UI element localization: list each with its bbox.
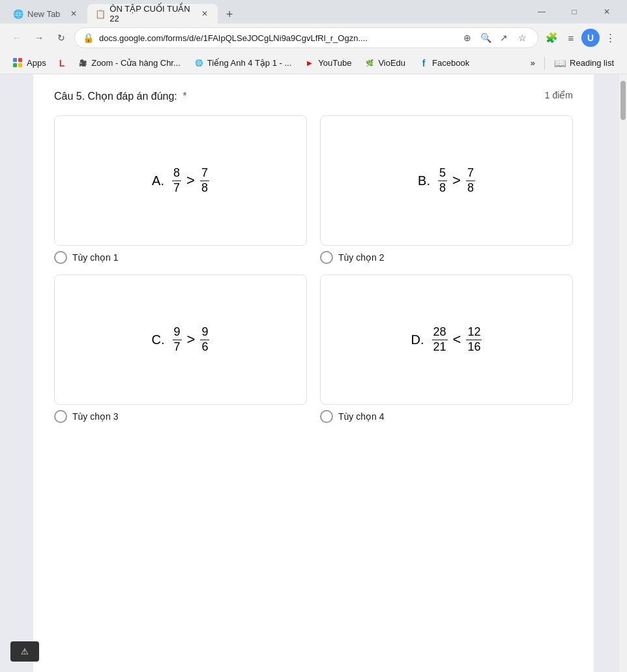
- tab-form-label: ÔN TẬP CUỐI TUẦN 22: [109, 4, 192, 23]
- url-text: docs.google.com/forms/d/e/1FAIpQLSeJOCgL…: [99, 33, 454, 43]
- option-c-image[interactable]: C. 9 7 > 9 6: [54, 274, 307, 405]
- url-bar[interactable]: 🔒 docs.google.com/forms/d/e/1FAIpQLSeJOC…: [74, 27, 538, 48]
- option-a-radio[interactable]: [54, 251, 67, 264]
- tab-close-newtab[interactable]: ✕: [68, 8, 80, 20]
- option-b-image[interactable]: B. 5 8 > 7 8: [320, 115, 573, 246]
- toolbar-icons: 🧩 ≡ U ⋮: [542, 29, 619, 47]
- bookmark-vioedu[interactable]: 🌿 VioEdu: [359, 57, 411, 70]
- notification-icon: ⚠: [21, 647, 29, 656]
- option-c-radio[interactable]: [54, 410, 67, 423]
- option-b-label-row: Tùy chọn 2: [320, 251, 384, 264]
- option-c-label-row: Tùy chọn 3: [54, 410, 118, 423]
- bookmark-apps[interactable]: Apps: [8, 57, 51, 70]
- svg-rect-1: [18, 58, 22, 62]
- svg-rect-2: [13, 63, 17, 67]
- bookmark-icon[interactable]: ☆: [514, 30, 530, 46]
- apps-favicon: [13, 58, 23, 68]
- opt-b-frac2: 7 8: [466, 166, 475, 195]
- reading-mode-icon[interactable]: ≡: [562, 29, 580, 47]
- bookmark-tiengAnh[interactable]: 🌐 Tiếng Anh 4 Tập 1 - ...: [188, 57, 297, 70]
- option-d: D. 28 21 < 12 16 Tùy chọn 4: [320, 274, 573, 423]
- option-b-radio[interactable]: [320, 251, 333, 264]
- reading-list-button[interactable]: 📖 Reading list: [549, 56, 619, 70]
- bookmark-zoom[interactable]: 🎥 Zoom - Cửa hàng Chr...: [72, 57, 186, 70]
- scrollbar[interactable]: [619, 74, 627, 672]
- opt-a-frac1: 8 7: [172, 166, 181, 195]
- youtube-favicon: ▶: [304, 58, 315, 68]
- new-tab-button[interactable]: +: [220, 5, 239, 23]
- share-icon[interactable]: ↗: [496, 30, 512, 46]
- youtube-label: YouTube: [318, 58, 351, 68]
- tiengAnh-label: Tiếng Anh 4 Tập 1 - ...: [207, 58, 291, 68]
- formtab-favicon: 📋: [95, 8, 106, 19]
- reading-list-label: Reading list: [570, 58, 614, 68]
- address-bar: ← → ↻ 🔒 docs.google.com/forms/d/e/1FAIpQ…: [0, 23, 627, 52]
- opt-d-op: <: [453, 331, 461, 348]
- back-button[interactable]: ←: [8, 29, 26, 47]
- bookmark-youtube[interactable]: ▶ YouTube: [299, 57, 357, 70]
- tab-form[interactable]: 📋 ÔN TẬP CUỐI TUẦN 22 ✕: [87, 4, 218, 23]
- option-c: C. 9 7 > 9 6 Tùy chọn 3: [54, 274, 307, 423]
- reading-list-icon: 📖: [554, 57, 566, 69]
- opt-c-op: >: [187, 331, 196, 348]
- question-required: *: [182, 91, 186, 102]
- profile-avatar[interactable]: U: [581, 29, 600, 47]
- opt-d-letter: D.: [411, 332, 424, 347]
- notification-snackbar: ⚠: [10, 641, 39, 662]
- maximize-button[interactable]: □: [559, 1, 589, 22]
- question-title-text: Câu 5. Chọn đáp án đúng:: [54, 91, 177, 102]
- options-grid: A. 8 7 > 7 8 Tùy chọn 1: [54, 115, 573, 423]
- facebook-favicon: f: [418, 58, 429, 68]
- opt-a-op: >: [186, 172, 195, 189]
- tab-label: New Tab: [27, 9, 60, 19]
- bookmark-l[interactable]: L: [54, 57, 70, 70]
- vioedu-label: VioEdu: [378, 58, 405, 68]
- option-d-image[interactable]: D. 28 21 < 12 16: [320, 274, 573, 405]
- option-d-label-row: Tùy chọn 4: [320, 410, 384, 423]
- option-b-label: Tùy chọn 2: [338, 252, 384, 263]
- bookmark-facebook[interactable]: f Facebook: [413, 57, 474, 70]
- more-bookmarks-button[interactable]: »: [525, 57, 540, 69]
- option-a-image[interactable]: A. 8 7 > 7 8: [54, 115, 307, 246]
- tab-close-form[interactable]: ✕: [199, 8, 210, 20]
- option-d-radio[interactable]: [320, 410, 333, 423]
- apps-label: Apps: [27, 58, 46, 68]
- option-b: B. 5 8 > 7 8 Tùy chọn 2: [320, 115, 573, 264]
- question-header: Câu 5. Chọn đáp án đúng: * 1 điểm: [54, 90, 573, 102]
- opt-d-frac1: 28 21: [432, 325, 448, 354]
- l-label: L: [59, 58, 65, 68]
- opt-a-letter: A.: [152, 173, 164, 188]
- opt-a-frac2: 7 8: [200, 166, 209, 195]
- option-a-math: A. 8 7 > 7 8: [152, 166, 209, 195]
- svg-rect-3: [18, 63, 22, 67]
- tab-new-tab[interactable]: 🌐 New Tab ✕: [5, 4, 87, 23]
- minimize-button[interactable]: —: [527, 1, 557, 22]
- scrollbar-thumb[interactable]: [620, 81, 626, 120]
- extensions-icon[interactable]: 🧩: [542, 29, 561, 47]
- option-c-math: C. 9 7 > 9 6: [152, 325, 210, 354]
- opt-b-frac1: 5 8: [438, 166, 447, 195]
- zoom-label: Zoom - Cửa hàng Chr...: [91, 58, 181, 68]
- reload-button[interactable]: ↻: [52, 29, 70, 47]
- option-a: A. 8 7 > 7 8 Tùy chọn 1: [54, 115, 307, 264]
- option-a-label: Tùy chọn 1: [72, 252, 118, 263]
- bookmarks-overflow: » 📖 Reading list: [525, 56, 619, 70]
- translate-icon[interactable]: ⊕: [459, 30, 475, 46]
- newtab-favicon: 🌐: [13, 8, 23, 19]
- bookmarks-bar: Apps L 🎥 Zoom - Cửa hàng Chr... 🌐 Tiếng …: [0, 52, 627, 74]
- url-icons: ⊕ 🔍 ↗ ☆: [459, 30, 530, 46]
- tab-bar: 🌐 New Tab ✕ 📋 ÔN TẬP CUỐI TUẦN 22 ✕ +: [5, 0, 239, 23]
- svg-rect-0: [13, 58, 17, 62]
- question-points: 1 điểm: [545, 90, 573, 100]
- option-d-label: Tùy chọn 4: [338, 411, 384, 422]
- zoom-icon[interactable]: 🔍: [478, 30, 493, 46]
- close-button[interactable]: ✕: [592, 1, 622, 22]
- divider: [544, 57, 545, 70]
- opt-c-frac1: 9 7: [173, 325, 182, 354]
- page-content: Câu 5. Chọn đáp án đúng: * 1 điểm A. 8 7…: [0, 74, 627, 672]
- facebook-label: Facebook: [432, 58, 469, 68]
- forward-button[interactable]: →: [30, 29, 48, 47]
- opt-c-frac2: 9 6: [200, 325, 209, 354]
- option-d-math: D. 28 21 < 12 16: [411, 325, 482, 354]
- more-icon[interactable]: ⋮: [601, 29, 619, 47]
